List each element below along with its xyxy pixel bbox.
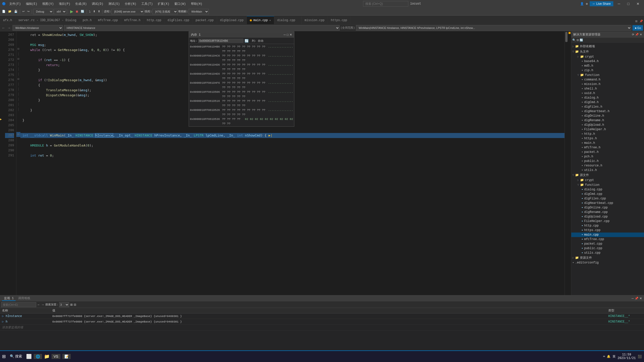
start-button[interactable]: ⊞: [2, 354, 6, 359]
tree-mission-h[interactable]: ▪ mission.h: [571, 82, 644, 86]
tree-dlgonline-cpp[interactable]: ▪ dlgOnline.cpp: [571, 205, 644, 210]
tree-dlgonline-h[interactable]: ▪ dlgOnline.h: [571, 114, 644, 118]
tab-server-rc[interactable]: server.rc - IDD_DIALOG7 - Dialog: [15, 16, 79, 24]
watch-value-hinstance[interactable]: 0x00007ff737fe0000 {server.exe!_IMAGE_DO…: [50, 313, 606, 319]
tree-http-cpp[interactable]: ▪ http.cpp: [571, 223, 644, 228]
memory-refresh-button[interactable]: 🔄: [245, 39, 249, 43]
toolbar-open[interactable]: 📁: [7, 9, 13, 15]
tree-source-files[interactable]: ▽ 📁 源文件: [571, 172, 644, 178]
tree-zip-h[interactable]: ▪ zip.h: [571, 68, 644, 73]
tree-dlgfiles-h[interactable]: ▪ dlgFiles.h: [571, 105, 644, 109]
tab-main-cpp[interactable]: main.cpp ✕: [247, 16, 274, 24]
tab-mfctree-h[interactable]: mfcTree.h: [121, 16, 144, 24]
title-bar-menu-window[interactable]: 窗口(W): [173, 2, 187, 6]
symbol-dropdown[interactable]: HINSTANCE hInstance: [64, 25, 340, 31]
file-explorer-button[interactable]: 📁: [44, 354, 50, 359]
arch-dropdown[interactable]: x64: [54, 9, 66, 14]
title-bar-menu-edit[interactable]: 编辑(E): [24, 2, 39, 6]
vs-taskbar-button[interactable]: VS: [52, 354, 60, 359]
notification-button[interactable]: ⬛: [638, 355, 642, 358]
tab-pch-h[interactable]: pch.h: [79, 16, 95, 24]
memory-close[interactable]: ✕: [290, 33, 292, 36]
task-view-button[interactable]: ⬜: [26, 354, 32, 359]
tree-dlgfiles-cpp[interactable]: ▪ dlgFiles.cpp: [571, 196, 644, 201]
minimize-button[interactable]: ─: [615, 0, 623, 8]
tree-dialog-h[interactable]: ▪ dialog.h: [571, 96, 644, 100]
title-bar-menu-file[interactable]: 文件(F): [8, 2, 22, 6]
tree-dialog-cpp[interactable]: ▪ dialog.cpp: [571, 187, 644, 192]
search-depth-dropdown[interactable]: 3: [59, 302, 69, 307]
tree-pch-h[interactable]: ▪ pch.h: [571, 154, 644, 159]
tab-http-cpp[interactable]: http.cpp: [144, 16, 165, 24]
close-button[interactable]: ✕: [634, 0, 642, 8]
panel-pin-button[interactable]: 📌: [635, 33, 639, 36]
tree-dlgheartbeat-cpp[interactable]: ▪ dlgHeartbeat.cpp: [571, 201, 644, 205]
expand-h[interactable]: ▷: [2, 320, 4, 324]
tree-external-deps[interactable]: ▷ 📁 外部依赖项: [571, 44, 644, 49]
tree-dlgupload-cpp[interactable]: ▪ dlgUpload.cpp: [571, 214, 644, 219]
maximize-button[interactable]: □: [625, 0, 632, 8]
tree-uuid-h[interactable]: ▪ uuid.h: [571, 91, 644, 96]
tree-public-h[interactable]: ▪ public.h: [571, 159, 644, 163]
solution-explorer-pin[interactable]: 📌: [638, 18, 644, 24]
toolbar-undo[interactable]: ↩: [21, 9, 26, 15]
title-bar-menu-build[interactable]: 生成(B): [74, 2, 88, 6]
title-bar-menu-tools[interactable]: 工具(T): [140, 2, 154, 6]
watch-pin[interactable]: 📌: [635, 297, 638, 300]
watch-expand-all[interactable]: ⊞: [70, 303, 73, 306]
go-button[interactable]: ►Go: [632, 25, 643, 31]
live-share-button[interactable]: ↔ Live Share: [590, 1, 613, 6]
title-bar-menu-project[interactable]: 项目(P): [57, 2, 72, 6]
se-search-button[interactable]: 🔍: [572, 38, 576, 42]
scroll-thumb[interactable]: [565, 32, 568, 42]
start-debug-button[interactable]: ▶: [69, 9, 74, 15]
watch-search-prev[interactable]: ←: [37, 303, 40, 306]
tree-dlgrename-h[interactable]: ▪ dlgRename.h: [571, 118, 644, 123]
tree-editorconfig[interactable]: ▪ .editorconfig: [571, 260, 644, 265]
tree-mfctree-cpp[interactable]: ▪ mfcTree.cpp: [571, 237, 644, 242]
memory-address-input[interactable]: [198, 39, 244, 43]
step-over-button[interactable]: ⤵: [88, 9, 92, 15]
tree-utils-cpp[interactable]: ▪ utils.cpp: [571, 251, 644, 255]
title-bar-menu-analyze[interactable]: 分析(N): [123, 2, 138, 6]
tree-function-folder-h[interactable]: ▽ 📁 function: [571, 73, 644, 77]
tree-command-h[interactable]: ▪ command.h: [571, 77, 644, 82]
tree-dlgcmd-h[interactable]: ▪ dlgCmd.h: [571, 100, 644, 105]
process-dropdown[interactable]: [6348] server.exe: [111, 9, 144, 14]
tree-filehelper-h[interactable]: ▪ FileHelper.h: [571, 127, 644, 132]
tab-dlgupload-cpp[interactable]: dlgUpload.cpp: [217, 16, 247, 24]
watch-search-next[interactable]: →: [41, 303, 44, 306]
tree-utils-h[interactable]: ▪ utils.h: [571, 168, 644, 172]
tree-dlgrename-cpp[interactable]: ▪ dlgRename.cpp: [571, 210, 644, 214]
tab-afx-h[interactable]: afx.h: [0, 16, 15, 24]
search-taskbar-button[interactable]: 🔍 搜索: [8, 353, 24, 360]
tree-header-files[interactable]: ▽ 📁 头文件: [571, 49, 644, 54]
nav-back-button[interactable]: ←: [1, 26, 6, 30]
tree-shell-h[interactable]: ▪ shell.h: [571, 86, 644, 91]
memory-maximize[interactable]: □: [287, 33, 289, 36]
tree-resource-h[interactable]: ▪ resource.h: [571, 163, 644, 168]
step-out-button[interactable]: ⬆: [97, 9, 101, 15]
tree-packet-h[interactable]: ▪ packet.h: [571, 150, 644, 154]
step-into-button[interactable]: ⬇: [92, 9, 96, 15]
location-dropdown[interactable]: WinMain(HINSTANCE hInstance, HINSTANCE h…: [356, 25, 632, 31]
watch-row-add[interactable]: 添加要监视的项: [0, 325, 644, 331]
se-refresh-button[interactable]: 🔄: [580, 38, 583, 42]
nav-forward-button[interactable]: →: [7, 26, 12, 30]
tree-packet-cpp[interactable]: ▪ packet.cpp: [571, 242, 644, 246]
tree-filehelper-cpp[interactable]: ▪ FileHelper.cpp: [571, 219, 644, 223]
tab-mission-cpp[interactable]: mission.cpp: [302, 16, 328, 24]
thread-dropdown[interactable]: [476] 主线程: [152, 9, 178, 14]
tree-main-cpp[interactable]: ▪ main.cpp: [571, 233, 644, 237]
tree-crypt-folder-src[interactable]: ▷ 📁 crypt: [571, 178, 644, 183]
close-tab-main[interactable]: ✕: [269, 19, 271, 22]
title-bar-menu-extensions[interactable]: 扩展(X): [156, 2, 171, 6]
title-bar-menu-help[interactable]: 帮助(H): [189, 2, 204, 6]
title-bar-menu-view[interactable]: 视图(V): [41, 2, 55, 6]
watch-tab[interactable]: 监视 1: [2, 296, 16, 301]
tree-base64-h[interactable]: ▪ base64.h: [571, 59, 644, 64]
tree-dlgupload-h[interactable]: ▪ dlgUpload.h: [571, 123, 644, 127]
title-bar-menu-test[interactable]: 测试(S): [107, 2, 122, 6]
tab-dlgfiles-cpp[interactable]: dlgFiles.cpp: [165, 16, 192, 24]
se-filter-button[interactable]: ⊟: [577, 38, 579, 42]
